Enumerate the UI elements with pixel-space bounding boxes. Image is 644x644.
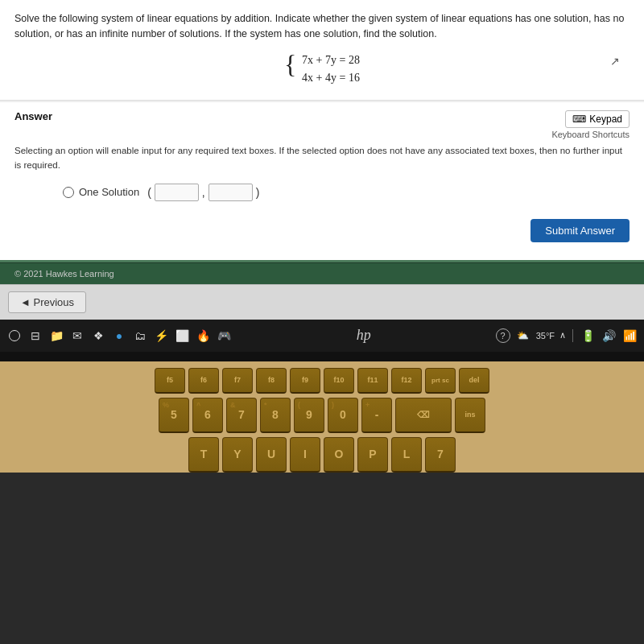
equation2: 4x + 4y = 16	[302, 69, 360, 87]
taskbar-right: ? ⛅ 35°F ∧ 🔋 🔊 📶	[496, 328, 638, 344]
key-0[interactable]: )0	[328, 398, 358, 433]
copyright-text: © 2021 Hawkes Learning	[14, 269, 114, 279]
key-insert[interactable]: ins	[455, 398, 485, 433]
browser-content: Solve the following system of linear equ…	[0, 0, 644, 284]
taskbar-windows-icon[interactable]	[6, 328, 23, 344]
key-i[interactable]: I	[290, 437, 320, 473]
question-text: Solve the following system of linear equ…	[14, 11, 630, 42]
taskbar-mail-icon[interactable]: ✉	[69, 328, 85, 344]
number-row: %5 ^6 &7 *8 (9 )0 +- ⌫ ins	[3, 398, 641, 433]
big-brace: {	[284, 52, 296, 77]
keyboard-shortcuts-label: Keyboard Shortcuts	[551, 130, 630, 139]
solution-row: One Solution ( , )	[63, 184, 630, 201]
hp-bar	[0, 352, 644, 361]
taskbar-temperature: 35°F	[536, 331, 555, 341]
solution-inputs: ( , )	[147, 184, 259, 201]
submit-answer-button[interactable]: Submit Answer	[530, 219, 630, 242]
solution-input-x[interactable]	[155, 184, 199, 201]
keypad-button-label: Keypad	[589, 114, 622, 125]
taskbar: ⊟ 📁 ✉ ❖ ● 🗂 ⚡ ⬜ 🔥 🎮 hp ? ⛅ 35°F ∧ 🔋 🔊 📶	[0, 320, 644, 352]
key-minus[interactable]: +-	[361, 398, 392, 433]
comma: ,	[202, 186, 205, 199]
key-f12[interactable]: f12	[391, 368, 422, 394]
key-f6[interactable]: f6	[188, 368, 219, 394]
key-f10[interactable]: f10	[324, 368, 354, 394]
equation1: 7x + 7y = 28	[302, 52, 360, 69]
key-prtsc[interactable]: prt sc	[425, 368, 456, 394]
key-numpad7[interactable]: 7	[425, 437, 456, 473]
taskbar-office-icon[interactable]: ⬜	[174, 328, 190, 344]
taskbar-recovery-icon[interactable]: 🎮	[216, 328, 232, 344]
math-system: { 7x + 7y = 28 4x + 4y = 16	[14, 52, 630, 88]
key-f9[interactable]: f9	[290, 368, 320, 394]
one-solution-label: One Solution	[79, 186, 139, 198]
key-6[interactable]: ^6	[192, 398, 223, 433]
key-7[interactable]: &7	[226, 398, 257, 433]
key-t[interactable]: T	[188, 437, 219, 473]
answer-section: Answer ⌨ Keypad Keyboard Shortcuts Selec…	[0, 101, 644, 260]
key-backspace[interactable]: ⌫	[395, 398, 452, 433]
taskbar-folder-icon[interactable]: 📁	[48, 328, 64, 344]
key-l-bracket[interactable]: L	[391, 437, 422, 473]
top-letter-row: T Y U I O P L 7	[3, 437, 641, 473]
taskbar-network-icon[interactable]: 📶	[621, 328, 638, 344]
taskbar-separator	[572, 329, 573, 342]
open-paren: (	[147, 186, 151, 199]
key-del[interactable]: del	[459, 368, 489, 394]
taskbar-sound-icon[interactable]: 🔊	[601, 328, 617, 344]
taskbar-edge-icon[interactable]: ●	[111, 328, 127, 344]
key-9[interactable]: (9	[294, 398, 324, 433]
hp-logo: hp	[357, 327, 371, 344]
radio-circle	[63, 187, 74, 198]
answer-label: Answer	[14, 110, 52, 122]
cursor-icon: ↗	[610, 55, 620, 68]
hawkes-footer: © 2021 Hawkes Learning	[0, 262, 644, 284]
answer-header: Answer ⌨ Keypad Keyboard Shortcuts	[14, 110, 630, 139]
taskbar-battery-icon[interactable]: 🔋	[580, 328, 596, 344]
key-f5[interactable]: f5	[155, 368, 185, 394]
taskbar-weather-icon[interactable]: ⛅	[515, 328, 531, 344]
key-5[interactable]: %5	[159, 398, 189, 433]
taskbar-help-icon[interactable]: ?	[496, 328, 510, 343]
taskbar-dropbox-icon[interactable]: ❖	[90, 328, 106, 344]
taskbar-separator1: ∧	[559, 330, 566, 341]
one-solution-radio-label[interactable]: One Solution	[63, 186, 139, 198]
windows-circle	[9, 330, 20, 341]
key-p[interactable]: P	[357, 437, 388, 473]
taskbar-multiwindow-icon[interactable]: ⊟	[27, 328, 43, 344]
key-f7[interactable]: f7	[222, 368, 253, 394]
solution-input-y[interactable]	[208, 184, 253, 201]
submit-area: Submit Answer	[14, 214, 630, 252]
key-8[interactable]: *8	[260, 398, 291, 433]
key-f11[interactable]: f11	[357, 368, 388, 394]
taskbar-center: hp	[237, 327, 491, 344]
answer-instruction: Selecting an option will enable input fo…	[14, 144, 630, 172]
function-row: f5 f6 f7 f8 f9 f10 f11 f12 prt sc del	[3, 368, 641, 394]
taskbar-store-icon[interactable]: 🗂	[132, 328, 148, 344]
keypad-area: ⌨ Keypad Keyboard Shortcuts	[551, 110, 630, 139]
question-area: Solve the following system of linear equ…	[0, 0, 644, 101]
key-y[interactable]: Y	[222, 437, 253, 473]
physical-keyboard: f5 f6 f7 f8 f9 f10 f11 f12 prt sc del %5…	[0, 361, 644, 473]
nav-bar: ◄ Previous	[0, 284, 644, 320]
key-u[interactable]: U	[256, 437, 287, 473]
keypad-icon: ⌨	[572, 114, 586, 125]
close-paren: )	[256, 186, 260, 199]
key-f8[interactable]: f8	[256, 368, 287, 394]
key-o[interactable]: O	[324, 437, 354, 473]
taskbar-power-icon[interactable]: ⚡	[153, 328, 169, 344]
previous-button[interactable]: ◄ Previous	[8, 291, 86, 313]
keypad-button[interactable]: ⌨ Keypad	[565, 110, 630, 128]
taskbar-firefox-icon[interactable]: 🔥	[195, 328, 211, 344]
